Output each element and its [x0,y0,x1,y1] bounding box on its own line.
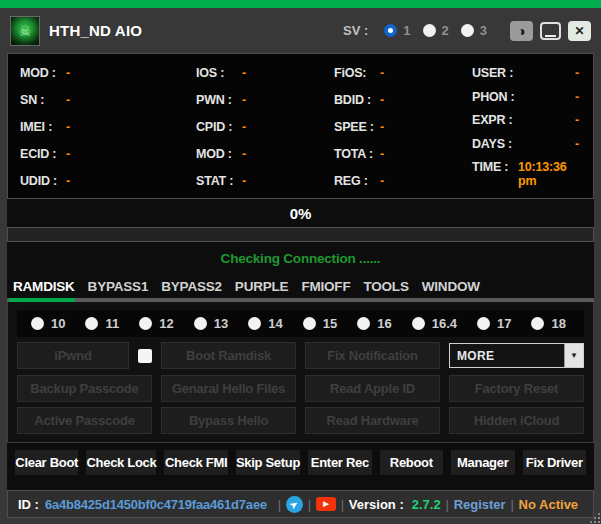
version-label: Version : [349,497,404,512]
info-value: - [66,66,70,80]
clear-boot-button[interactable]: Clear Boot [15,450,78,475]
radio-icon[interactable] [31,317,44,330]
radio-icon[interactable] [248,317,261,330]
info-field-days: DAYS :- [472,137,579,151]
info-value: - [380,120,384,134]
backup-passcode-button[interactable]: Backup Passcode [17,375,152,402]
theme-toggle-button[interactable]: ◑ [510,21,533,41]
info-column-2: IOS :- PWN :- CPID :- MOD :- STAT :- [196,66,334,188]
chevron-down-icon[interactable]: ▼ [564,344,583,367]
quick-actions-row: Clear Boot Check Lock Check FMI Skip Set… [7,450,594,475]
read-apple-id-button[interactable]: Read Apple ID [305,375,440,402]
info-label: EXPR : [472,113,518,127]
radio-icon[interactable] [531,317,544,330]
info-label: BDID : [334,93,380,107]
check-lock-button[interactable]: Check Lock [86,450,156,475]
radio-icon[interactable] [357,317,370,330]
version-radio-12[interactable]: 12 [139,316,173,331]
radio-icon[interactable] [412,317,425,330]
more-dropdown[interactable]: MORE ▼ [449,343,584,368]
tab-tools[interactable]: TOOLS [363,279,408,298]
tab-bypass1[interactable]: BYPASS1 [88,279,149,298]
radio-icon[interactable] [303,317,316,330]
radio-icon[interactable] [139,317,152,330]
separator: | [341,497,344,512]
info-label: CPID : [196,120,242,134]
youtube-icon[interactable]: ▶ [316,497,336,511]
version-radio-13[interactable]: 13 [194,316,228,331]
version-radio-11[interactable]: 11 [85,316,119,331]
info-field-mod2: MOD :- [196,147,334,161]
device-info-panel: MOD :- SN :- IMEI :- ECID :- UDID :- IOS… [7,53,594,199]
boot-ramdisk-button[interactable]: Boot Ramdisk [161,342,296,369]
radio-icon[interactable] [85,317,98,330]
active-tab-indicator [9,298,75,302]
register-link[interactable]: Register [454,497,506,512]
version-radio-15[interactable]: 15 [303,316,337,331]
info-label: SPEE : [334,120,380,134]
info-label: UDID : [20,174,66,188]
info-field-sn: SN :- [20,93,196,107]
radio-icon[interactable] [461,24,474,37]
info-field-bdid: BDID :- [334,93,472,107]
tab-fmioff[interactable]: FMIOFF [301,279,350,298]
skip-setup-button[interactable]: Skip Setup [236,450,300,475]
fix-notification-button[interactable]: Fix Notification [305,342,440,369]
tab-purple[interactable]: PURPLE [235,279,289,298]
version-label: 13 [214,316,228,331]
check-fmi-button[interactable]: Check FMI [164,450,227,475]
version-radio-16[interactable]: 16 [357,316,391,331]
info-field-pwn: PWN :- [196,93,334,107]
tab-ramdisk[interactable]: RAMDISK [13,279,75,298]
reboot-button[interactable]: Reboot [380,450,443,475]
version-radio-16-4[interactable]: 16.4 [412,316,457,331]
hidden-icloud-button[interactable]: Hidden iCloud [449,407,584,434]
version-radio-18[interactable]: 18 [531,316,565,331]
read-hardware-button[interactable]: Read Hardware [305,407,440,434]
sv-radio-3[interactable]: 3 [461,23,487,38]
bypass-hello-button[interactable]: Bypass Hello [161,407,296,434]
radio-icon[interactable] [194,317,207,330]
contrast-icon: ◑ [517,24,525,38]
ipwnd-button[interactable]: iPwnd [17,342,129,369]
tab-bypass2[interactable]: BYPASS2 [161,279,222,298]
radio-icon[interactable] [384,24,397,37]
info-label: STAT : [196,174,242,188]
info-label: PWN : [196,93,242,107]
info-label: MOD : [196,147,242,161]
info-label: MOD : [20,66,66,80]
ramdisk-panel: 10 11 12 13 14 15 16 16.4 17 18 iPwnd Bo… [7,302,594,443]
version-label: 15 [323,316,337,331]
info-value: - [66,174,70,188]
tab-window[interactable]: WINDOW [422,279,480,298]
factory-reset-button[interactable]: Factory Reset [449,375,584,402]
version-radio-10[interactable]: 10 [31,316,65,331]
version-radio-14[interactable]: 14 [248,316,282,331]
sv-radio-2[interactable]: 2 [423,23,449,38]
version-label: 16.4 [432,316,457,331]
radio-icon[interactable] [423,24,436,37]
close-button[interactable]: ✕ [568,21,591,41]
status-message: Checking Connection ...... [7,251,594,266]
info-field-spee: SPEE :- [334,120,472,134]
enter-rec-button[interactable]: Enter Rec [308,450,371,475]
minimize-button[interactable] [540,22,561,40]
info-label: IMEI : [20,120,66,134]
fix-driver-button[interactable]: Fix Driver [523,450,586,475]
genaral-hello-files-button[interactable]: Genaral Hello Files [161,375,296,402]
sv-radio-1[interactable]: 1 [384,23,410,38]
tab-bar: RAMDISK BYPASS1 BYPASS2 PURPLE FMIOFF TO… [7,273,594,298]
info-value: - [242,66,246,80]
telegram-icon[interactable]: ➤ [286,496,303,513]
info-value: - [380,93,384,107]
titlebar: ☠ HTH_ND AIO SV : 1 2 3 ◑ ✕ [0,8,601,53]
active-passcode-button[interactable]: Active Passcode [17,407,152,434]
version-label: 18 [551,316,565,331]
info-value: - [380,66,384,80]
version-value: 2.7.2 [412,497,441,512]
manager-button[interactable]: Manager [451,450,514,475]
version-radio-17[interactable]: 17 [477,316,511,331]
radio-icon[interactable] [477,317,490,330]
info-field-expr: EXPR :- [472,113,579,127]
ipwnd-checkbox[interactable] [138,349,152,363]
